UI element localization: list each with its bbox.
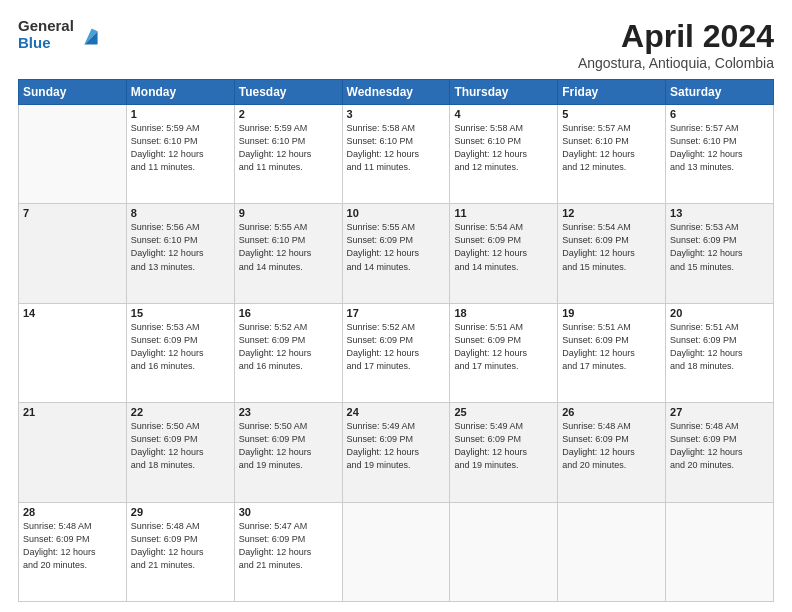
- calendar-cell: 15Sunrise: 5:53 AM Sunset: 6:09 PM Dayli…: [126, 303, 234, 402]
- calendar-cell: 20Sunrise: 5:51 AM Sunset: 6:09 PM Dayli…: [666, 303, 774, 402]
- calendar-cell: 7: [19, 204, 127, 303]
- day-number: 6: [670, 108, 769, 120]
- calendar-week-row: 78Sunrise: 5:56 AM Sunset: 6:10 PM Dayli…: [19, 204, 774, 303]
- day-info: Sunrise: 5:52 AM Sunset: 6:09 PM Dayligh…: [239, 321, 338, 373]
- day-number: 29: [131, 506, 230, 518]
- day-number: 17: [347, 307, 446, 319]
- day-number: 8: [131, 207, 230, 219]
- day-number: 9: [239, 207, 338, 219]
- weekday-header-monday: Monday: [126, 80, 234, 105]
- calendar-cell: 9Sunrise: 5:55 AM Sunset: 6:10 PM Daylig…: [234, 204, 342, 303]
- page: General Blue April 2024 Angostura, Antio…: [0, 0, 792, 612]
- day-number: 11: [454, 207, 553, 219]
- calendar-cell: 4Sunrise: 5:58 AM Sunset: 6:10 PM Daylig…: [450, 105, 558, 204]
- day-info: Sunrise: 5:50 AM Sunset: 6:09 PM Dayligh…: [239, 420, 338, 472]
- day-number: 26: [562, 406, 661, 418]
- weekday-header-thursday: Thursday: [450, 80, 558, 105]
- calendar-cell: 29Sunrise: 5:48 AM Sunset: 6:09 PM Dayli…: [126, 502, 234, 601]
- day-info: Sunrise: 5:48 AM Sunset: 6:09 PM Dayligh…: [23, 520, 122, 572]
- day-number: 28: [23, 506, 122, 518]
- day-number: 3: [347, 108, 446, 120]
- day-number: 13: [670, 207, 769, 219]
- day-number: 21: [23, 406, 122, 418]
- day-number: 5: [562, 108, 661, 120]
- calendar-cell: 27Sunrise: 5:48 AM Sunset: 6:09 PM Dayli…: [666, 403, 774, 502]
- day-info: Sunrise: 5:52 AM Sunset: 6:09 PM Dayligh…: [347, 321, 446, 373]
- calendar-cell: 23Sunrise: 5:50 AM Sunset: 6:09 PM Dayli…: [234, 403, 342, 502]
- calendar-cell: [450, 502, 558, 601]
- day-info: Sunrise: 5:57 AM Sunset: 6:10 PM Dayligh…: [670, 122, 769, 174]
- calendar-cell: [666, 502, 774, 601]
- day-info: Sunrise: 5:54 AM Sunset: 6:09 PM Dayligh…: [562, 221, 661, 273]
- day-number: 24: [347, 406, 446, 418]
- day-info: Sunrise: 5:56 AM Sunset: 6:10 PM Dayligh…: [131, 221, 230, 273]
- calendar-table: SundayMondayTuesdayWednesdayThursdayFrid…: [18, 79, 774, 602]
- day-info: Sunrise: 5:53 AM Sunset: 6:09 PM Dayligh…: [670, 221, 769, 273]
- day-number: 15: [131, 307, 230, 319]
- calendar-cell: 1Sunrise: 5:59 AM Sunset: 6:10 PM Daylig…: [126, 105, 234, 204]
- day-info: Sunrise: 5:54 AM Sunset: 6:09 PM Dayligh…: [454, 221, 553, 273]
- day-info: Sunrise: 5:51 AM Sunset: 6:09 PM Dayligh…: [670, 321, 769, 373]
- logo: General Blue: [18, 18, 99, 51]
- calendar-cell: 17Sunrise: 5:52 AM Sunset: 6:09 PM Dayli…: [342, 303, 450, 402]
- weekday-header-tuesday: Tuesday: [234, 80, 342, 105]
- day-number: 27: [670, 406, 769, 418]
- calendar-cell: 19Sunrise: 5:51 AM Sunset: 6:09 PM Dayli…: [558, 303, 666, 402]
- day-number: 2: [239, 108, 338, 120]
- day-number: 23: [239, 406, 338, 418]
- calendar-cell: 12Sunrise: 5:54 AM Sunset: 6:09 PM Dayli…: [558, 204, 666, 303]
- day-number: 7: [23, 207, 122, 219]
- weekday-header-saturday: Saturday: [666, 80, 774, 105]
- calendar-week-row: 28Sunrise: 5:48 AM Sunset: 6:09 PM Dayli…: [19, 502, 774, 601]
- logo-blue: Blue: [18, 35, 74, 52]
- day-number: 16: [239, 307, 338, 319]
- calendar-week-row: 2122Sunrise: 5:50 AM Sunset: 6:09 PM Day…: [19, 403, 774, 502]
- day-info: Sunrise: 5:48 AM Sunset: 6:09 PM Dayligh…: [131, 520, 230, 572]
- calendar-cell: [19, 105, 127, 204]
- day-info: Sunrise: 5:49 AM Sunset: 6:09 PM Dayligh…: [347, 420, 446, 472]
- calendar-cell: 5Sunrise: 5:57 AM Sunset: 6:10 PM Daylig…: [558, 105, 666, 204]
- calendar-cell: 6Sunrise: 5:57 AM Sunset: 6:10 PM Daylig…: [666, 105, 774, 204]
- day-info: Sunrise: 5:58 AM Sunset: 6:10 PM Dayligh…: [454, 122, 553, 174]
- calendar-cell: 28Sunrise: 5:48 AM Sunset: 6:09 PM Dayli…: [19, 502, 127, 601]
- day-info: Sunrise: 5:47 AM Sunset: 6:09 PM Dayligh…: [239, 520, 338, 572]
- calendar-cell: [342, 502, 450, 601]
- calendar-cell: 21: [19, 403, 127, 502]
- day-info: Sunrise: 5:50 AM Sunset: 6:09 PM Dayligh…: [131, 420, 230, 472]
- weekday-header-friday: Friday: [558, 80, 666, 105]
- calendar-cell: 3Sunrise: 5:58 AM Sunset: 6:10 PM Daylig…: [342, 105, 450, 204]
- calendar-cell: 22Sunrise: 5:50 AM Sunset: 6:09 PM Dayli…: [126, 403, 234, 502]
- day-info: Sunrise: 5:53 AM Sunset: 6:09 PM Dayligh…: [131, 321, 230, 373]
- day-number: 10: [347, 207, 446, 219]
- calendar-cell: 30Sunrise: 5:47 AM Sunset: 6:09 PM Dayli…: [234, 502, 342, 601]
- day-info: Sunrise: 5:49 AM Sunset: 6:09 PM Dayligh…: [454, 420, 553, 472]
- day-info: Sunrise: 5:55 AM Sunset: 6:10 PM Dayligh…: [239, 221, 338, 273]
- weekday-header-wednesday: Wednesday: [342, 80, 450, 105]
- day-info: Sunrise: 5:59 AM Sunset: 6:10 PM Dayligh…: [131, 122, 230, 174]
- calendar-cell: 13Sunrise: 5:53 AM Sunset: 6:09 PM Dayli…: [666, 204, 774, 303]
- day-number: 20: [670, 307, 769, 319]
- calendar-cell: 10Sunrise: 5:55 AM Sunset: 6:09 PM Dayli…: [342, 204, 450, 303]
- day-info: Sunrise: 5:51 AM Sunset: 6:09 PM Dayligh…: [454, 321, 553, 373]
- calendar-cell: 16Sunrise: 5:52 AM Sunset: 6:09 PM Dayli…: [234, 303, 342, 402]
- calendar-cell: 25Sunrise: 5:49 AM Sunset: 6:09 PM Dayli…: [450, 403, 558, 502]
- day-number: 18: [454, 307, 553, 319]
- header: General Blue April 2024 Angostura, Antio…: [18, 18, 774, 71]
- day-info: Sunrise: 5:48 AM Sunset: 6:09 PM Dayligh…: [670, 420, 769, 472]
- day-number: 30: [239, 506, 338, 518]
- day-number: 14: [23, 307, 122, 319]
- weekday-header-sunday: Sunday: [19, 80, 127, 105]
- day-number: 19: [562, 307, 661, 319]
- day-info: Sunrise: 5:57 AM Sunset: 6:10 PM Dayligh…: [562, 122, 661, 174]
- day-info: Sunrise: 5:55 AM Sunset: 6:09 PM Dayligh…: [347, 221, 446, 273]
- day-info: Sunrise: 5:58 AM Sunset: 6:10 PM Dayligh…: [347, 122, 446, 174]
- day-number: 1: [131, 108, 230, 120]
- calendar-week-row: 1415Sunrise: 5:53 AM Sunset: 6:09 PM Day…: [19, 303, 774, 402]
- day-number: 25: [454, 406, 553, 418]
- calendar-cell: 8Sunrise: 5:56 AM Sunset: 6:10 PM Daylig…: [126, 204, 234, 303]
- calendar-cell: 11Sunrise: 5:54 AM Sunset: 6:09 PM Dayli…: [450, 204, 558, 303]
- weekday-header-row: SundayMondayTuesdayWednesdayThursdayFrid…: [19, 80, 774, 105]
- logo-icon: [77, 24, 99, 46]
- day-info: Sunrise: 5:51 AM Sunset: 6:09 PM Dayligh…: [562, 321, 661, 373]
- calendar-cell: 2Sunrise: 5:59 AM Sunset: 6:10 PM Daylig…: [234, 105, 342, 204]
